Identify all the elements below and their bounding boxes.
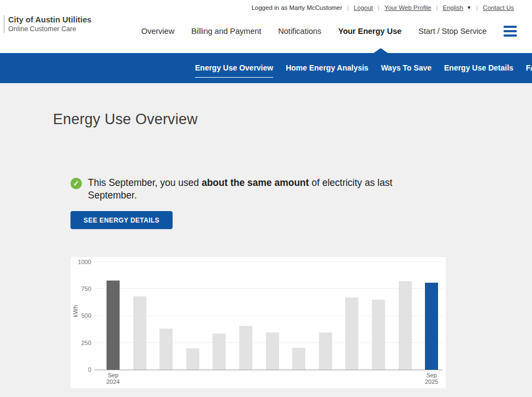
y-tick-label: 1000: [74, 259, 91, 265]
hamburger-menu-icon[interactable]: [504, 26, 517, 37]
energy-use-bar-chart: kWh 02505007501000Sep 2024Sep 2025: [70, 257, 446, 388]
contact-us-link[interactable]: Contact Us: [483, 4, 514, 11]
chart-bar-jul-2025[interactable]: [372, 300, 385, 370]
subnav-energy-use-overview[interactable]: Energy Use Overview: [195, 59, 273, 78]
top-header: Logged in as Marty McCustomer | Logout |…: [0, 0, 532, 53]
page-title: Energy Use Overview: [53, 111, 198, 128]
chart-bar-dec-2024[interactable]: [186, 348, 199, 370]
chart-bar-jan-2025[interactable]: [212, 334, 226, 370]
bar-chart-plot: kWh 02505007501000Sep 2024Sep 2025: [70, 257, 446, 388]
subnav-ways-to-save[interactable]: Ways To Save: [381, 59, 431, 78]
chart-bar-aug-2025[interactable]: [399, 281, 412, 370]
brand-title: City of Austin Utilities: [8, 15, 92, 24]
gridline: [94, 316, 442, 316]
usage-insight-message: ✓ This September, you used about the sam…: [70, 177, 428, 202]
insight-text: This September, you used about the same …: [88, 177, 428, 202]
x-axis-label: Sep 2025: [415, 372, 448, 385]
chart-bar-mar-2025[interactable]: [266, 332, 279, 370]
y-tick-label: 750: [74, 285, 91, 292]
chart-bar-may-2025[interactable]: [319, 332, 332, 370]
see-energy-details-button[interactable]: SEE ENERGY DETAILS: [70, 211, 173, 229]
brand-logo[interactable]: City of Austin Utilities Online Customer…: [4, 15, 92, 33]
nav-item-your-energy-use[interactable]: Your Energy Use: [338, 27, 401, 36]
subnav-home-energy-analysis[interactable]: Home Energy Analysis: [286, 59, 368, 78]
language-link[interactable]: English: [442, 4, 463, 11]
sub-nav-items: Energy Use Overview Home Energy Analysis…: [195, 53, 532, 83]
nav-item-start-stop-service[interactable]: Start / Stop Service: [418, 27, 487, 36]
logged-in-status: Logged in as Marty McCustomer: [251, 4, 342, 11]
chart-bar-apr-2025[interactable]: [292, 348, 305, 370]
main-nav: Overview Billing and Payment Notificatio…: [141, 24, 517, 38]
divider: |: [436, 4, 438, 11]
y-tick-label: 0: [74, 366, 91, 373]
main-content: Energy Use Overview ✓ This September, yo…: [0, 83, 532, 397]
utility-bar: Logged in as Marty McCustomer | Logout |…: [251, 4, 514, 11]
logout-link[interactable]: Logout: [354, 4, 373, 11]
chart-bar-nov-2024[interactable]: [159, 329, 173, 370]
brand-subtitle: Online Customer Care: [8, 25, 92, 33]
chart-bar-sep-2025[interactable]: [425, 283, 438, 370]
check-circle-icon: ✓: [70, 178, 82, 189]
chart-bar-feb-2025[interactable]: [239, 326, 252, 370]
subnav-energy-use-details[interactable]: Energy Use Details: [444, 59, 513, 78]
web-profile-link[interactable]: Your Web Profile: [385, 4, 431, 11]
divider: |: [476, 4, 478, 11]
language-selector[interactable]: English ▼: [442, 4, 471, 11]
divider: |: [347, 4, 349, 11]
nav-item-overview[interactable]: Overview: [141, 27, 174, 36]
gridline: [94, 288, 442, 289]
subnav-faqs[interactable]: FAQs: [526, 59, 532, 78]
divider: |: [378, 4, 380, 11]
energy-sub-nav: Energy Use Overview Home Energy Analysis…: [0, 53, 532, 83]
y-tick-label: 500: [74, 312, 91, 319]
nav-item-billing-and-payment[interactable]: Billing and Payment: [191, 27, 261, 36]
chart-bar-oct-2024[interactable]: [133, 296, 146, 370]
chevron-down-icon: ▼: [466, 5, 471, 10]
y-tick-label: 250: [74, 340, 91, 346]
chart-bar-sep-2024[interactable]: [107, 281, 120, 370]
nav-pointer-notch: [374, 48, 388, 53]
x-axis-label: Sep 2024: [97, 372, 129, 385]
gridline: [94, 261, 442, 262]
nav-item-notifications[interactable]: Notifications: [278, 27, 321, 36]
chart-bar-jun-2025[interactable]: [345, 297, 358, 370]
